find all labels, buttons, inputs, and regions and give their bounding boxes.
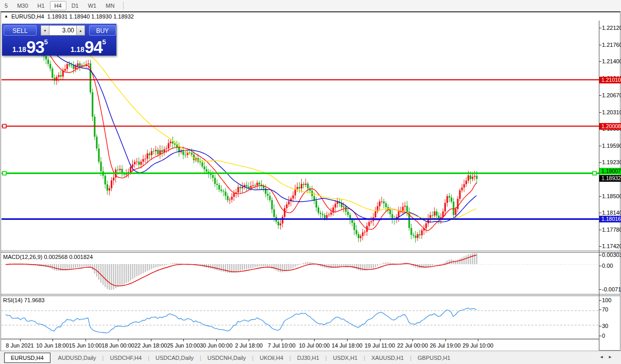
timeframe-h1[interactable]: H1: [33, 1, 49, 10]
price-tag-1.20008: 1.20008: [599, 123, 621, 130]
rsi-axis-tick: 70: [602, 306, 621, 313]
time-axis-label: 30 Jun 00:00: [198, 342, 234, 349]
timeframe-mn[interactable]: MN: [101, 1, 119, 10]
time-axis-tick: [314, 339, 315, 341]
time-axis-tick: [282, 339, 282, 341]
time-axis-label: 2 Jul 18:00: [231, 342, 267, 349]
rsi-chart-canvas[interactable]: [2, 296, 599, 339]
time-axis-tick: [478, 339, 478, 341]
time-axis-label: 7 Jul 10:00: [264, 342, 300, 349]
sell-price-big: 93: [26, 39, 44, 56]
tab-usdcnh-daily[interactable]: USDCNH,Daily: [202, 353, 252, 362]
buy-price-big: 94: [84, 39, 102, 56]
time-axis-label: 25 Jun 10:00: [165, 342, 201, 349]
time-axis-label: 10 Jun 18:00: [34, 342, 71, 349]
time-axis-label: 29 Jul 10:00: [460, 342, 496, 349]
price-tag-1.18932: 1.18932: [599, 175, 621, 182]
chart-title-row: ▲ EURUSD,H4 1.18931 1.18940 1.18930 1.18…: [1, 12, 620, 21]
price-axis-separator: [599, 21, 599, 350]
tab-gbpusd-h1[interactable]: GBPUSD,H1: [412, 353, 456, 362]
buy-price-sup: 5: [102, 37, 106, 46]
tab-usdcad-daily[interactable]: USDCAD,Daily: [150, 353, 199, 362]
rsi-label: RSI(14) 71.9683: [3, 297, 45, 303]
price-axis-tick: 1.21760: [602, 42, 621, 48]
price-axis-tick: 1.19590: [602, 143, 621, 149]
time-axis-label: 8 Jun 2021: [2, 342, 38, 349]
buy-price[interactable]: 1.18945: [60, 37, 116, 56]
timeframe-5[interactable]: 5: [0, 1, 12, 10]
tab-ukoil-h4[interactable]: UKOil,H4: [254, 353, 289, 362]
tab-eurusd-h4[interactable]: EURUSD,H4: [4, 353, 50, 363]
rsi-axis-tick: 100: [602, 297, 621, 304]
symbol-tab-bar: EURUSD,H4AUDUSD,Daily|USDCHF,H4|USDCAD,D…: [0, 351, 621, 364]
sell-button[interactable]: SELL: [4, 25, 37, 36]
chart-window: ▲ EURUSD,H4 1.18931 1.18940 1.18930 1.18…: [1, 11, 620, 351]
tab-usdchf-h4[interactable]: USDCHF,H4: [104, 353, 147, 362]
time-axis-label: 26 Jul 19:00: [427, 342, 463, 349]
time-axis-label: 22 Jul 00:00: [394, 342, 430, 349]
time-axis-tick: [118, 339, 118, 341]
time-axis-tick: [249, 339, 249, 341]
time-axis-tick: [347, 339, 348, 341]
mt4-terminal: 5M30H1H4D1W1MN ▲ EURUSD,H4 1.18931 1.189…: [0, 0, 621, 364]
price-axis-tick: 1.17420: [602, 243, 621, 250]
volume-input[interactable]: 3.00: [49, 25, 76, 36]
time-axis-tick: [216, 339, 217, 341]
tab-nav-arrows: ◄►: [599, 355, 617, 359]
macd-axis-tick: 0.00: [602, 263, 621, 269]
time-axis-label: 22 Jun 18:00: [133, 342, 169, 349]
time-axis-label: 15 Jun 10:00: [67, 342, 104, 349]
macd-axis-tick: 0.003031: [602, 252, 621, 258]
price-tag-1.21010: 1.21010: [599, 77, 621, 83]
collapse-triangle-icon[interactable]: ▲: [4, 14, 8, 19]
time-axis-tick: [412, 339, 413, 341]
volume-decrease-button[interactable]: ▼: [41, 25, 49, 36]
macd-label: MACD(12,26,9) 0.002568 0.001824: [3, 254, 93, 260]
price-axis-tick: 1.17780: [602, 227, 621, 233]
one-click-trade-panel: SELL ▼ 3.00 ▲ BUY 1.18935 1.18945: [2, 24, 116, 56]
time-axis-tick: [151, 339, 151, 341]
time-axis-label: 19 Jul 11:00: [362, 342, 398, 349]
time-axis-tick: [183, 339, 184, 341]
price-axis-tick: 1.20670: [602, 92, 621, 99]
macd-axis-tick: -0.00715: [602, 286, 621, 293]
sell-price-prefix: 1.18: [12, 45, 26, 56]
rsi-axis-tick: 30: [602, 323, 621, 330]
time-axis-tick: [20, 339, 21, 341]
price-axis-tick: 1.21400: [602, 58, 621, 65]
sell-price[interactable]: 1.18935: [2, 37, 58, 56]
price-axis-tick: 1.20310: [602, 109, 621, 116]
price-axis-tick: 1.22120: [602, 25, 621, 31]
time-axis-tick: [53, 339, 53, 341]
timeframe-d1[interactable]: D1: [67, 1, 83, 10]
rsi-axis-tick: 0: [602, 333, 621, 339]
nav-left-arrow[interactable]: ◄: [599, 355, 608, 359]
toolbar-separator: [123, 2, 124, 10]
sell-price-sup: 5: [44, 37, 48, 46]
price-axis-tick: 1.18500: [602, 193, 621, 200]
buy-button[interactable]: BUY: [89, 25, 116, 36]
buy-price-prefix: 1.18: [71, 45, 84, 56]
tab-audusd-daily[interactable]: AUDUSD,Daily: [53, 353, 102, 362]
timeframe-h4[interactable]: H4: [50, 1, 66, 10]
time-axis-tick: [445, 339, 446, 341]
tab-dj30-h1[interactable]: DJ30,H1: [291, 353, 325, 362]
price-tag-1.18016: 1.18016: [599, 216, 621, 222]
nav-right-arrow[interactable]: ►: [608, 355, 617, 359]
time-axis-tick: [85, 339, 86, 341]
tab-xauusd-h1[interactable]: XAUUSD,H1: [366, 353, 409, 362]
timeframe-w1[interactable]: W1: [83, 1, 101, 10]
volume-increase-button[interactable]: ▲: [76, 25, 85, 36]
price-axis-tick: 1.19230: [602, 159, 621, 166]
timeframe-bar: 5M30H1H4D1W1MN: [0, 0, 621, 12]
time-axis-label: 14 Jul 18:00: [329, 342, 365, 349]
time-axis-label: 10 Jul 00:00: [296, 342, 332, 349]
tab-usdx-h1[interactable]: USDX,H1: [327, 353, 364, 362]
time-axis: 8 Jun 202110 Jun 18:0015 Jun 10:0018 Jun…: [1, 339, 599, 351]
time-axis-label: 18 Jun 00:00: [100, 342, 136, 349]
time-axis-tick: [380, 339, 381, 341]
chart-title: EURUSD,H4 1.18931 1.18940 1.18930 1.1893…: [11, 13, 134, 20]
price-tag-1.19007: 1.19007: [599, 168, 621, 175]
timeframe-m30[interactable]: M30: [12, 1, 32, 10]
